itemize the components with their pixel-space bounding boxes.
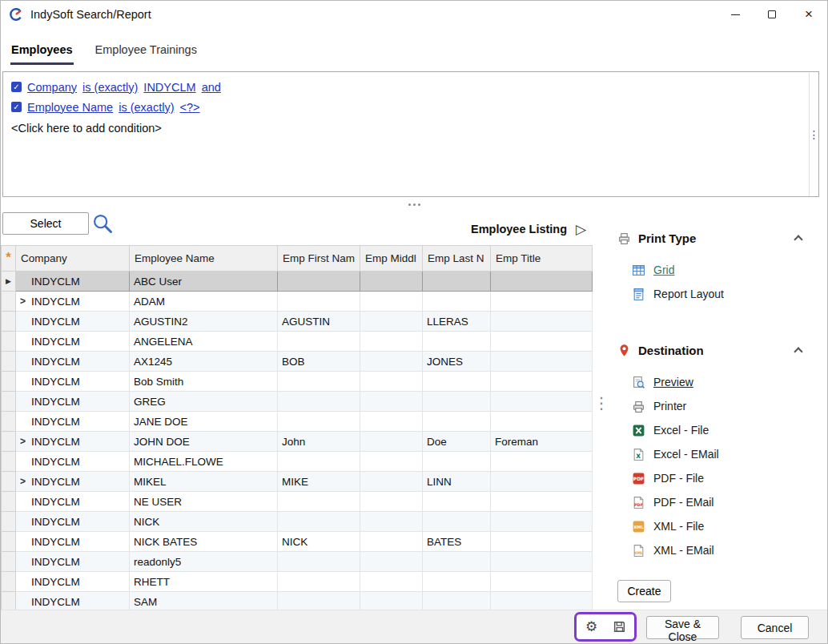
expander-icon[interactable]: > xyxy=(20,432,26,451)
cell-first[interactable] xyxy=(278,392,360,412)
cell-company[interactable]: >INDYCLM xyxy=(16,472,130,492)
row-selector[interactable] xyxy=(2,312,16,332)
table-row[interactable]: >INDYCLMADAM xyxy=(2,292,593,312)
cell-first[interactable] xyxy=(278,552,360,572)
condition-token-is-exactly[interactable]: is (exactly) xyxy=(82,81,138,94)
table-row[interactable]: INDYCLMAX1245BOBJONES xyxy=(2,352,593,372)
cell-first[interactable]: MIKE xyxy=(278,472,360,492)
condition-token-is-exactly[interactable]: is (exactly) xyxy=(119,101,174,114)
cell-middle[interactable] xyxy=(360,572,423,592)
cell-name[interactable]: SAM xyxy=(130,592,278,610)
cell-last[interactable] xyxy=(423,412,491,432)
cell-last[interactable] xyxy=(423,592,491,610)
cell-first[interactable]: BOB xyxy=(278,352,360,372)
cell-name[interactable]: AGUSTIN2 xyxy=(130,312,278,332)
cell-middle[interactable] xyxy=(360,452,423,472)
column-header-emp-first-nam[interactable]: Emp First Nam xyxy=(278,246,360,272)
condition-token-[interactable]: <?> xyxy=(179,101,199,114)
destination-header[interactable]: Destination xyxy=(617,340,808,360)
cell-middle[interactable] xyxy=(360,392,423,412)
cell-title[interactable] xyxy=(491,272,593,292)
panel-drag-handle[interactable]: ⋮ xyxy=(593,395,609,411)
row-selector[interactable] xyxy=(2,572,16,592)
condition-checkbox[interactable]: ✓ xyxy=(11,82,22,92)
cell-last[interactable] xyxy=(423,332,491,352)
cell-middle[interactable] xyxy=(360,432,423,452)
cell-title[interactable] xyxy=(491,452,593,472)
cell-title[interactable] xyxy=(491,592,593,610)
row-selector[interactable]: ▶ xyxy=(2,272,16,292)
cell-title[interactable] xyxy=(491,512,593,532)
table-row[interactable]: INDYCLMSAM xyxy=(2,592,593,610)
cell-name[interactable]: NICK BATES xyxy=(130,532,278,552)
cell-middle[interactable] xyxy=(360,332,423,352)
cell-company[interactable]: INDYCLM xyxy=(16,512,130,532)
destination-item-preview[interactable]: Preview xyxy=(632,370,808,394)
table-row[interactable]: INDYCLMBob Smith xyxy=(2,372,593,392)
column-header-emp-title[interactable]: Emp Title xyxy=(491,246,593,272)
cell-company[interactable]: >INDYCLM xyxy=(16,432,130,452)
cell-name[interactable]: RHETT xyxy=(130,572,278,592)
cell-title[interactable] xyxy=(491,492,593,512)
cell-last[interactable]: JONES xyxy=(423,352,491,372)
table-row[interactable]: INDYCLMreadonly5 xyxy=(2,552,593,572)
cell-last[interactable]: LINN xyxy=(423,472,491,492)
cell-middle[interactable] xyxy=(360,512,423,532)
cell-title[interactable] xyxy=(491,532,593,552)
print-type-item-report-layout[interactable]: Report Layout xyxy=(632,282,808,306)
cell-middle[interactable] xyxy=(360,372,423,392)
cell-middle[interactable] xyxy=(360,292,423,312)
cell-name[interactable]: JOHN DOE xyxy=(130,432,278,452)
cell-first[interactable] xyxy=(278,292,360,312)
row-selector[interactable] xyxy=(2,432,16,452)
cell-company[interactable]: >INDYCLM xyxy=(16,292,130,312)
cell-first[interactable] xyxy=(278,512,360,532)
cell-first[interactable] xyxy=(278,372,360,392)
cell-first[interactable]: NICK xyxy=(278,532,360,552)
save-close-button[interactable]: Save & Close xyxy=(646,616,719,639)
column-header-employee-name[interactable]: Employee Name xyxy=(130,246,278,272)
chevron-up-icon[interactable] xyxy=(794,235,802,244)
row-selector[interactable] xyxy=(2,512,16,532)
row-selector[interactable] xyxy=(2,352,16,372)
table-row[interactable]: >INDYCLMMIKELMIKELINN xyxy=(2,472,593,492)
maximize-button[interactable] xyxy=(754,1,790,28)
expander-icon[interactable]: > xyxy=(20,472,26,491)
row-selector[interactable] xyxy=(2,472,16,492)
select-button[interactable]: Select xyxy=(2,212,89,235)
cell-first[interactable] xyxy=(278,452,360,472)
cell-title[interactable] xyxy=(491,392,593,412)
cell-company[interactable]: INDYCLM xyxy=(16,592,130,610)
row-selector[interactable] xyxy=(2,292,16,312)
cell-title[interactable] xyxy=(491,552,593,572)
cell-last[interactable] xyxy=(423,372,491,392)
create-button[interactable]: Create xyxy=(617,580,671,602)
cell-first[interactable] xyxy=(278,572,360,592)
cell-company[interactable]: INDYCLM xyxy=(16,372,130,392)
cell-company[interactable]: INDYCLM xyxy=(16,272,130,292)
condition-checkbox[interactable]: ✓ xyxy=(11,102,22,112)
cell-last[interactable] xyxy=(423,492,491,512)
destination-item-xml-email[interactable]: XMLXML - EMail xyxy=(632,538,808,562)
cell-title[interactable] xyxy=(491,332,593,352)
row-selector[interactable] xyxy=(2,452,16,472)
cell-name[interactable]: ABC User xyxy=(130,272,278,292)
cell-company[interactable]: INDYCLM xyxy=(16,332,130,352)
cell-name[interactable]: GREG xyxy=(130,392,278,412)
table-row[interactable]: INDYCLMRHETT xyxy=(2,572,593,592)
table-row[interactable]: INDYCLMJANE DOE xyxy=(2,412,593,432)
add-condition-link[interactable]: <Click here to add condition> xyxy=(11,118,818,138)
table-row[interactable]: INDYCLMMICHAEL.FLOWE xyxy=(2,452,593,472)
destination-item-excel-email[interactable]: XExcel - EMail xyxy=(632,442,808,466)
table-row[interactable]: ▶INDYCLMABC User xyxy=(2,272,593,292)
cell-last[interactable] xyxy=(423,292,491,312)
table-row[interactable]: INDYCLMNE USER xyxy=(2,492,593,512)
cell-title[interactable]: Foreman xyxy=(491,432,593,452)
cell-company[interactable]: INDYCLM xyxy=(16,492,130,512)
table-row[interactable]: INDYCLMNICK BATESNICKBATES xyxy=(2,532,593,552)
cell-first[interactable] xyxy=(278,592,360,610)
condition-token-indyclm[interactable]: INDYCLM xyxy=(143,81,195,94)
table-row[interactable]: INDYCLMAGUSTIN2AGUSTINLLERAS xyxy=(2,312,593,332)
condition-token-employee-name[interactable]: Employee Name xyxy=(27,101,113,114)
cancel-button[interactable]: Cancel xyxy=(741,616,809,639)
